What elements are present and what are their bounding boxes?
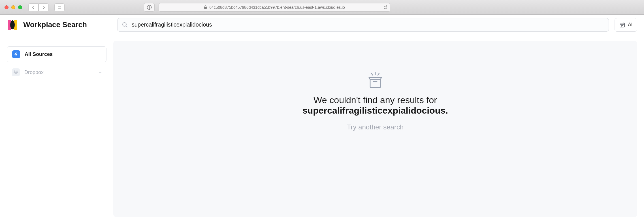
window-controls	[5, 5, 22, 9]
lock-icon	[204, 5, 207, 9]
no-results-hint: Try another search	[347, 123, 404, 131]
svg-rect-24	[370, 80, 380, 88]
minimize-window-button[interactable]	[11, 5, 15, 9]
svg-rect-0	[58, 6, 61, 8]
sidebar-item-label: All Sources	[25, 51, 53, 57]
time-filter-button[interactable]: Al	[615, 18, 637, 32]
search-input[interactable]	[132, 21, 604, 28]
forward-button[interactable]	[39, 3, 49, 11]
time-filter-label: Al	[628, 22, 632, 28]
close-window-button[interactable]	[5, 5, 8, 9]
dropbox-icon	[12, 68, 20, 76]
svg-marker-15	[14, 52, 18, 57]
no-results-message: We couldn't find any results for	[314, 95, 437, 105]
calendar-icon	[619, 22, 625, 28]
url-text: 64c508d875bc457986d431dca55b997b.ent-sea…	[209, 5, 345, 10]
svg-line-23	[378, 73, 379, 75]
sidebar-item-all-sources[interactable]: All Sources	[7, 46, 106, 62]
no-results-period: .	[445, 105, 448, 116]
svg-rect-8	[620, 23, 624, 27]
maximize-window-button[interactable]	[18, 5, 22, 9]
svg-line-22	[371, 73, 373, 75]
browser-toolbar: 64c508d875bc457986d431dca55b997b.ent-sea…	[0, 0, 644, 15]
no-results-query: supercalifragilisticexpialidocious	[302, 105, 445, 116]
reader-mode-button[interactable]	[144, 3, 155, 12]
results-panel: We couldn't find any results for superca…	[113, 41, 637, 217]
reload-icon[interactable]	[383, 5, 388, 10]
svg-line-7	[126, 26, 127, 27]
svg-marker-17	[16, 70, 18, 72]
app-logo	[7, 19, 18, 31]
empty-box-icon	[367, 72, 383, 89]
svg-point-5	[10, 20, 15, 29]
sidebar-toggle-button[interactable]	[54, 3, 65, 11]
source-count-empty: –	[99, 70, 101, 75]
bolt-icon	[12, 50, 20, 58]
sources-sidebar: All Sources Dropbox –	[0, 35, 113, 217]
sidebar-item-label: Dropbox	[24, 70, 44, 75]
app-title: Workplace Search	[23, 20, 87, 29]
svg-marker-16	[14, 70, 16, 72]
svg-rect-4	[204, 7, 207, 9]
url-bar[interactable]: 64c508d875bc457986d431dca55b997b.ent-sea…	[159, 3, 390, 12]
sidebar-item-dropbox[interactable]: Dropbox –	[7, 64, 106, 80]
search-icon	[122, 22, 128, 28]
svg-rect-3	[149, 6, 150, 9]
search-box[interactable]	[117, 18, 609, 32]
app-header: Workplace Search Al	[0, 15, 644, 35]
back-button[interactable]	[28, 3, 39, 11]
